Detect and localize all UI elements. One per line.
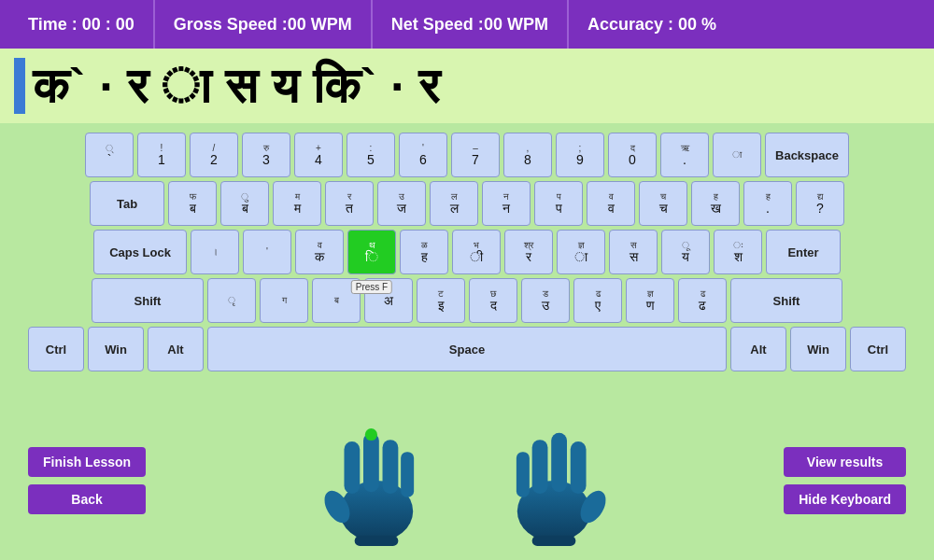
- view-results-button[interactable]: View results: [784, 447, 906, 477]
- svg-rect-2: [344, 441, 360, 494]
- key-o[interactable]: वव: [587, 181, 635, 226]
- back-button[interactable]: Back: [28, 484, 146, 514]
- key-t[interactable]: उज: [377, 181, 426, 226]
- key-backslash[interactable]: द्य?: [796, 181, 844, 226]
- left-buttons: Finish Lesson Back: [28, 447, 146, 514]
- key-e[interactable]: मम: [273, 181, 321, 226]
- keyboard: ्` !1 /2 रु3 +4 :5 '6 –7 ,8 ;9 द0 ऋ. ा B…: [28, 133, 906, 371]
- key-equals[interactable]: ा: [713, 133, 761, 177]
- key-n[interactable]: छद: [469, 278, 517, 323]
- key-8[interactable]: ,8: [503, 133, 552, 177]
- key-4[interactable]: +4: [294, 133, 343, 177]
- keyboard-area: ्` !1 /2 रु3 +4 :5 '6 –7 ,8 ;9 द0 ऋ. ा B…: [0, 123, 934, 381]
- svg-rect-4: [382, 440, 398, 494]
- key-row-4: Shift ृ ग ब अ टइ छद डउ ढए ज्ञण ढढ Shift: [28, 278, 906, 323]
- press-f-tooltip: Press F: [351, 280, 392, 294]
- key-7[interactable]: –7: [451, 133, 500, 177]
- key-6[interactable]: '6: [399, 133, 447, 177]
- key-b[interactable]: टइ: [417, 278, 465, 323]
- svg-rect-14: [531, 536, 575, 546]
- key-period[interactable]: ज्ञण: [626, 278, 674, 323]
- key-semicolon[interactable]: ूय: [661, 230, 710, 274]
- net-speed-stat: Net Speed : 00 WPM: [373, 0, 569, 49]
- key-comma[interactable]: ढए: [573, 278, 622, 323]
- stats-bar: Time : 00 : 00 Gross Speed : 00 WPM Net …: [0, 0, 934, 49]
- text-display: क` · र ा स य कि` · र: [0, 49, 934, 123]
- accuracy-stat: Accuracy : 00 %: [569, 0, 735, 49]
- svg-rect-10: [517, 452, 530, 497]
- key-s[interactable]: ': [243, 230, 291, 274]
- key-z[interactable]: ृ: [207, 278, 256, 323]
- key-0[interactable]: द0: [608, 133, 657, 177]
- text-chars: क` · र ा स य कि` · र: [33, 58, 440, 115]
- key-r[interactable]: रत: [325, 181, 374, 226]
- key-slash[interactable]: ढढ: [678, 278, 727, 323]
- key-f[interactable]: थि Press F: [347, 230, 396, 274]
- caps-lock-key[interactable]: Caps Lock: [93, 230, 187, 274]
- svg-rect-5: [401, 452, 414, 497]
- key-backtick[interactable]: ्`: [85, 133, 134, 177]
- key-row-3: Caps Lock । ' वक थि Press F ळह भी श्रर ज…: [28, 230, 906, 274]
- time-stat: Time : 00 : 00: [9, 0, 155, 49]
- key-rbracket[interactable]: ह.: [743, 181, 792, 226]
- key-quote[interactable]: ःश: [714, 230, 762, 274]
- key-minus[interactable]: ऋ.: [660, 133, 709, 177]
- key-row-5: Ctrl Win Alt Space Alt Win Ctrl: [28, 327, 906, 371]
- key-y[interactable]: लल: [430, 181, 478, 226]
- key-x[interactable]: ग: [260, 278, 308, 323]
- backspace-key[interactable]: Backspace: [765, 133, 849, 177]
- bottom-area: Finish Lesson Back: [0, 411, 934, 551]
- key-1[interactable]: !1: [137, 133, 186, 177]
- right-alt-key[interactable]: Alt: [730, 327, 786, 371]
- svg-rect-11: [531, 440, 547, 494]
- key-9[interactable]: ;9: [556, 133, 604, 177]
- svg-rect-7: [354, 536, 398, 546]
- right-hand: [493, 415, 615, 546]
- key-p[interactable]: चच: [639, 181, 687, 226]
- right-shift-key[interactable]: Shift: [730, 278, 842, 323]
- finish-lesson-button[interactable]: Finish Lesson: [28, 447, 146, 477]
- svg-rect-3: [363, 433, 379, 492]
- key-h[interactable]: भी: [452, 230, 501, 274]
- tab-key[interactable]: Tab: [90, 181, 164, 226]
- key-g[interactable]: ळह: [400, 230, 448, 274]
- left-ctrl-key[interactable]: Ctrl: [28, 327, 84, 371]
- key-row-2: Tab फब ुब मम रत उज लल नन पप वव चच हख ह. …: [28, 181, 906, 226]
- space-key[interactable]: Space: [207, 327, 727, 371]
- right-ctrl-key[interactable]: Ctrl: [850, 327, 906, 371]
- key-5[interactable]: :5: [347, 133, 395, 177]
- key-a[interactable]: ।: [191, 230, 239, 274]
- key-q[interactable]: फब: [168, 181, 217, 226]
- key-l[interactable]: सस: [609, 230, 658, 274]
- left-hand: [316, 415, 437, 546]
- left-shift-key[interactable]: Shift: [92, 278, 204, 323]
- left-win-key[interactable]: Win: [88, 327, 144, 371]
- right-buttons: View results Hide Keyboard: [784, 447, 906, 514]
- cursor: [14, 58, 25, 114]
- key-u[interactable]: नन: [482, 181, 531, 226]
- right-win-key[interactable]: Win: [790, 327, 846, 371]
- hide-keyboard-button[interactable]: Hide Keyboard: [784, 484, 906, 514]
- enter-key[interactable]: Enter: [766, 230, 841, 274]
- gross-speed-stat: Gross Speed : 00 WPM: [155, 0, 373, 49]
- key-d[interactable]: वक: [295, 230, 344, 274]
- key-m[interactable]: डउ: [521, 278, 570, 323]
- svg-rect-13: [570, 441, 586, 494]
- key-w[interactable]: ुब: [220, 181, 269, 226]
- key-2[interactable]: /2: [190, 133, 238, 177]
- key-3[interactable]: रु3: [242, 133, 290, 177]
- key-j[interactable]: श्रर: [504, 230, 553, 274]
- key-row-1: ्` !1 /2 रु3 +4 :5 '6 –7 ,8 ;9 द0 ऋ. ा B…: [28, 133, 906, 177]
- key-lbracket[interactable]: हख: [691, 181, 740, 226]
- svg-rect-12: [551, 433, 567, 492]
- left-alt-key[interactable]: Alt: [148, 327, 204, 371]
- hands-area: [316, 415, 615, 546]
- key-k[interactable]: ज्ञा: [557, 230, 605, 274]
- key-i[interactable]: पप: [534, 181, 583, 226]
- svg-point-6: [365, 428, 377, 441]
